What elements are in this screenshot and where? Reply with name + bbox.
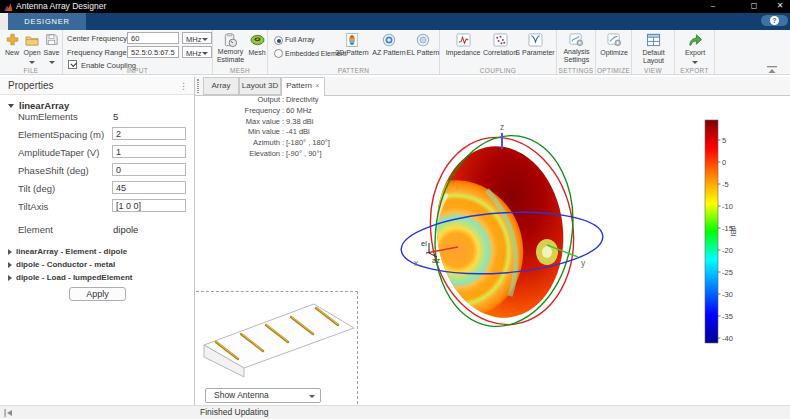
svg-text:x: x — [414, 258, 419, 268]
phase-shift-input[interactable] — [112, 163, 186, 176]
status-bar: Finished Updating — [0, 405, 790, 419]
apply-button[interactable]: Apply — [69, 287, 126, 301]
minimize-button[interactable]: – — [704, 0, 722, 13]
save-button[interactable]: Save — [42, 32, 61, 70]
center-frequency-unit[interactable]: MHz — [182, 32, 212, 44]
s-parameter-icon — [528, 33, 543, 47]
properties-panel: Properties ⋮ linearArray NumElements 5 E… — [0, 77, 195, 405]
correlation-icon — [493, 33, 508, 47]
impedance-icon — [456, 33, 471, 47]
new-button[interactable]: New — [2, 32, 22, 70]
section-coupling: Impedance Correlation S Parameter COUPLI… — [440, 30, 557, 74]
analysis-settings-button[interactable]: Analysis Settings — [557, 32, 596, 70]
export-dropdown-caret[interactable] — [692, 61, 698, 64]
el-pattern-icon — [416, 33, 430, 47]
az-pattern-icon — [382, 33, 396, 47]
open-icon — [25, 34, 39, 46]
svg-text:az: az — [432, 256, 440, 265]
frequency-range-unit[interactable]: MHz — [182, 46, 212, 58]
svg-text:z: z — [500, 122, 504, 132]
element-spacing-input[interactable] — [112, 127, 186, 140]
document-tab-bar: Array Layout 3D Pattern× — [195, 77, 790, 96]
svg-text:-5: -5 — [722, 180, 729, 189]
pattern-3d-icon — [345, 33, 359, 47]
tab-layout-3d[interactable]: Layout 3D — [239, 77, 281, 95]
section-optimize: Optimize OPTIMIZE — [596, 30, 632, 74]
memory-estimate-button[interactable]: Memory Estimate — [214, 32, 247, 70]
tab-designer[interactable]: DESIGNER — [8, 13, 86, 30]
element-value: dipole — [113, 224, 138, 235]
tree-item-2[interactable]: dipole - Conductor - metal — [16, 260, 115, 269]
tab-array[interactable]: Array — [203, 77, 239, 95]
s-parameter-button[interactable]: S Parameter — [511, 32, 559, 70]
maximize-button[interactable]: ◻ — [745, 0, 763, 13]
section-input: Center Frequency MHz Frequency Range MHz… — [63, 30, 213, 74]
group-label: linearArray — [19, 100, 69, 111]
show-antenna-dropdown[interactable]: Show Antenna — [205, 388, 321, 403]
center-frequency-label: Center Frequency — [67, 34, 127, 43]
title-bar: Antenna Array Designer – ◻ ✕ — [0, 0, 790, 13]
tab-pattern[interactable]: Pattern× — [281, 77, 325, 96]
svg-text:0: 0 — [722, 158, 726, 167]
svg-text:-20: -20 — [722, 246, 733, 255]
section-settings: Analysis Settings SETTINGS — [557, 30, 596, 74]
embedded-element-radio[interactable] — [274, 49, 283, 58]
mesh-icon — [250, 34, 265, 46]
mesh-button[interactable]: Mesh — [247, 32, 267, 70]
toolstrip-tab-band — [0, 13, 790, 30]
unit-caret-1 — [202, 38, 208, 41]
full-array-radio[interactable] — [274, 36, 283, 45]
tree-caret-3[interactable] — [8, 275, 12, 281]
collapse-panel-icon[interactable] — [4, 409, 13, 417]
svg-text:-25: -25 — [722, 268, 733, 277]
toolstrip: New Open Save FILE Center Frequency MHz — [0, 30, 790, 75]
svg-text:el: el — [421, 239, 427, 248]
section-mesh: Memory Estimate Mesh MESH — [213, 30, 268, 74]
default-layout-button[interactable]: Default Layout — [632, 32, 675, 70]
tree-caret-1[interactable] — [8, 249, 12, 255]
tab-bar-handle[interactable] — [197, 79, 199, 93]
tree-item-1[interactable]: linearArray - Element - dipole — [16, 247, 127, 256]
open-button[interactable]: Open — [22, 32, 42, 70]
new-icon — [6, 33, 19, 46]
frequency-range-label: Frequency Range — [67, 48, 127, 57]
window-title: Antenna Array Designer — [16, 0, 106, 13]
tilt-axis-input[interactable] — [112, 199, 186, 212]
panel-menu-icon[interactable]: ⋮ — [179, 77, 188, 95]
minimize-toolstrip-icon[interactable] — [766, 66, 778, 74]
section-file: New Open Save FILE — [0, 30, 63, 74]
app-icon — [4, 3, 13, 12]
colorbar: 5 0 -5 -10 -15 -20 -25 -30 -35 -40 dBi — [705, 120, 738, 343]
section-view: Default Layout VIEW — [632, 30, 675, 74]
tree-item-3[interactable]: dipole - Load - lumpedElement — [16, 273, 132, 282]
center-frequency-input[interactable] — [127, 32, 179, 44]
properties-title: Properties — [8, 77, 54, 95]
optimize-button[interactable]: Optimize — [596, 32, 632, 70]
amplitude-taper-input[interactable] — [112, 145, 186, 158]
num-elements-value: 5 — [113, 111, 118, 122]
save-icon — [45, 33, 58, 46]
frequency-range-input[interactable] — [127, 46, 179, 58]
colorbar-label: dBi — [729, 226, 738, 237]
close-button[interactable]: ✕ — [771, 0, 789, 13]
tab-close-icon[interactable]: × — [315, 81, 320, 90]
properties-header: Properties ⋮ — [0, 77, 194, 95]
memory-estimate-icon — [223, 33, 238, 48]
tree-caret-2[interactable] — [8, 262, 12, 268]
section-export: Export EXPORT — [675, 30, 715, 74]
unit-caret-2 — [202, 52, 208, 55]
svg-text:5: 5 — [722, 136, 726, 145]
group-collapse-caret[interactable] — [8, 104, 14, 108]
svg-text:-30: -30 — [722, 290, 733, 299]
section-pattern: Full Array Embedded Element 3D Pattern A… — [268, 30, 440, 74]
optimize-icon — [607, 33, 622, 47]
analysis-settings-icon — [569, 33, 584, 47]
save-dropdown-caret[interactable] — [49, 61, 55, 64]
open-dropdown-caret[interactable] — [29, 61, 35, 64]
svg-text:y: y — [581, 258, 586, 268]
export-button[interactable]: Export — [675, 32, 715, 70]
antenna-preview[interactable] — [196, 292, 360, 388]
svg-text:-40: -40 — [722, 334, 733, 343]
show-antenna-caret — [309, 395, 315, 398]
tilt-input[interactable] — [112, 181, 186, 194]
